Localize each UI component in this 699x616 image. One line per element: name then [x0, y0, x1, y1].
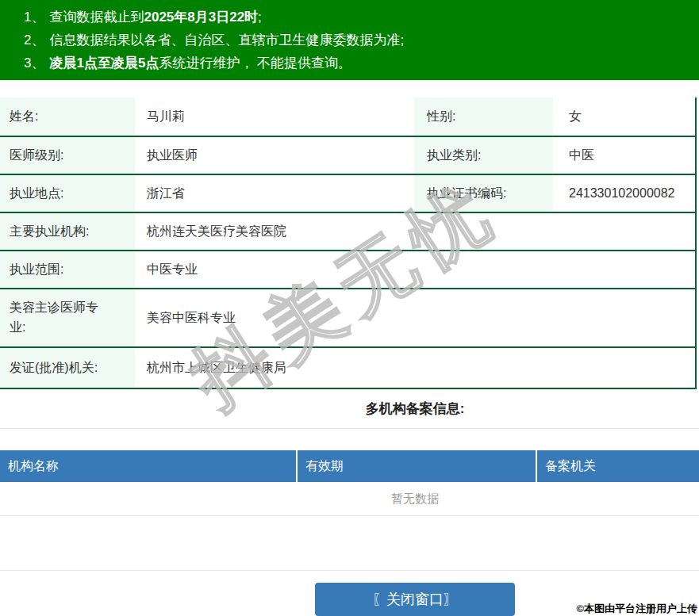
upload-credit-text: ©本图由平台注册用户上传 [576, 602, 697, 616]
notice-banner: 1、查询数据截止到2025年8月3日22时; 2、信息数据结果以各省、自治区、直… [0, 0, 699, 80]
field-label-main-institution: 主要执业机构: [0, 213, 135, 250]
field-value-gender: 女 [553, 98, 695, 136]
field-value-cosmetic-specialty: 美容中医科专业 [135, 289, 695, 346]
table-row: 美容主诊医师专业: 美容中医科专业 [0, 289, 695, 348]
notice-number: 3、 [24, 55, 44, 71]
notice-bold-text: 2025年8月3日22时 [144, 10, 258, 25]
table-row: 执业地点: 浙江省 执业证书编码: 241330102000082 [0, 175, 695, 213]
notice-text: 信息数据结果以各省、自治区、直辖市卫生健康委数据为准; [49, 33, 404, 48]
notice-text: 系统进行维护， 不能提供查询。 [159, 55, 351, 71]
table-row: 发证(批准)机关: 杭州市上城区卫生健康局 [0, 348, 695, 389]
table-row: 姓名: 马川莉 性别: 女 [0, 98, 695, 137]
filing-section-title: 多机构备案信息: [0, 389, 699, 418]
field-label-doctor-level: 医师级别: [0, 137, 135, 174]
close-window-button[interactable]: 〖关闭窗口〗 [315, 583, 515, 616]
notice-line-3: 3、凌晨1点至凌晨5点系统进行维护， 不能提供查询。 [0, 52, 699, 75]
filing-table-header: 机构名称 有效期 备案机关 [0, 450, 699, 482]
column-header-validity-period: 有效期 [296, 450, 536, 482]
column-header-filing-authority: 备案机关 [536, 450, 699, 482]
column-header-institution-name: 机构名称 [0, 450, 296, 482]
notice-number: 2、 [24, 33, 44, 48]
empty-data-message: 暂无数据 [0, 482, 699, 516]
notice-text: 查询数据截止到 [49, 10, 144, 25]
notice-line-2: 2、信息数据结果以各省、自治区、直辖市卫生健康委数据为准; [0, 29, 699, 52]
field-label-cosmetic-specialty: 美容主诊医师专业: [0, 289, 135, 346]
notice-bold-text: 凌晨1点至凌晨5点 [49, 55, 159, 71]
field-label-name: 姓名: [0, 98, 135, 136]
notice-text: ; [258, 10, 262, 25]
field-value-practice-category: 中医 [553, 137, 695, 174]
field-label-certificate-number: 执业证书编码: [414, 175, 553, 212]
divider [0, 428, 699, 429]
table-row: 执业范围: 中医专业 [0, 251, 695, 289]
table-row: 主要执业机构: 杭州连天美医疗美容医院 [0, 213, 695, 251]
table-row: 医师级别: 执业医师 执业类别: 中医 [0, 137, 695, 175]
notice-number: 1、 [24, 10, 44, 25]
field-value-certificate-number: 241330102000082 [553, 175, 695, 212]
divider [0, 516, 699, 571]
page: 1、查询数据截止到2025年8月3日22时; 2、信息数据结果以各省、自治区、直… [0, 0, 699, 616]
notice-line-1: 1、查询数据截止到2025年8月3日22时; [0, 6, 699, 29]
field-label-practice-scope: 执业范围: [0, 251, 135, 288]
practitioner-info-table: 姓名: 马川莉 性别: 女 医师级别: 执业医师 执业类别: 中医 执业地点: … [0, 98, 697, 389]
field-value-issuing-authority: 杭州市上城区卫生健康局 [135, 348, 695, 388]
field-value-name: 马川莉 [135, 98, 414, 136]
field-label-practice-location: 执业地点: [0, 175, 135, 212]
field-label-issuing-authority: 发证(批准)机关: [0, 348, 135, 388]
field-value-practice-location: 浙江省 [135, 175, 414, 212]
field-value-doctor-level: 执业医师 [135, 137, 414, 174]
field-label-practice-category: 执业类别: [414, 137, 553, 174]
field-value-practice-scope: 中医专业 [135, 251, 695, 288]
field-value-main-institution: 杭州连天美医疗美容医院 [135, 213, 695, 250]
field-label-gender: 性别: [414, 98, 553, 136]
